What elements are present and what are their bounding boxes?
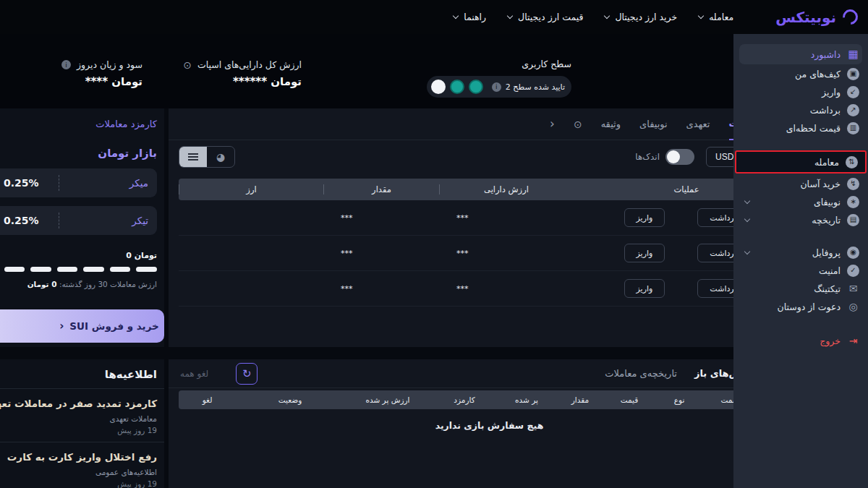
sidebar-item-logout[interactable]: ⇥ خروج	[742, 332, 859, 349]
people-icon: ◎	[847, 301, 859, 313]
chevron-left-icon: ‹	[59, 320, 64, 333]
tab-nobify[interactable]: نوبیفای	[639, 108, 668, 140]
pnl-block: سود و زیان دیروز i **** تومان	[40, 59, 142, 88]
volume-progress-segment	[136, 267, 157, 272]
header-price: قیمت	[605, 395, 654, 404]
dotted-divider	[59, 213, 59, 228]
tab-collateral[interactable]: وثیقه	[601, 108, 621, 140]
refresh-icon: ↻	[242, 367, 252, 380]
orders-header: سفارش‌های باز تاریخچه‌ی معاملات ↻ لغو هم…	[169, 359, 810, 388]
toggle-knob	[667, 150, 680, 163]
nav-item-help[interactable]: راهنما	[454, 12, 486, 22]
maker-fee-card: میکر 0.25%	[0, 168, 157, 197]
fees-market-label: بازار تومان	[0, 147, 157, 160]
level-dot-verified	[469, 80, 483, 94]
eye-icon[interactable]: ⊙	[574, 119, 582, 129]
deposit-button[interactable]: واریز	[624, 279, 665, 298]
info-icon[interactable]: i	[61, 60, 71, 69]
sidebar-item-nobify[interactable]: ∗ نوبیفای	[742, 193, 859, 210]
announcement-item[interactable]: کارمزد تمدید صفر در معاملات تعهدی معاملا…	[0, 398, 157, 435]
sidebar-item-withdraw[interactable]: ↗ برداشت	[742, 101, 859, 119]
brand-name: نوبیتکس	[775, 9, 836, 26]
sidebar-item-live-prices[interactable]: ▥ قیمت لحظه‌ای	[742, 119, 859, 137]
nav-item-buy-crypto[interactable]: خرید ارز دیجیتال	[605, 12, 677, 22]
spot-assets-value: ****** تومان	[158, 75, 302, 88]
assets-table: عملیات ارزش دارایی مقدار ارز برداشت واری…	[179, 179, 800, 307]
tab-margin[interactable]: تعهدی	[686, 108, 710, 140]
chevron-down-icon	[453, 13, 459, 19]
nav-item-crypto-prices[interactable]: قیمت ارز دیجیتال	[508, 12, 583, 22]
chevron-down-icon	[744, 216, 750, 222]
taker-label: تیکر	[59, 215, 148, 226]
list-view-button[interactable]	[179, 147, 207, 167]
hide-dust-toggle[interactable]	[665, 149, 694, 165]
sidebar-item-profile[interactable]: ◉ پروفایل	[742, 244, 859, 261]
announcements-title: اطلاعیه‌ها	[0, 368, 157, 381]
nav-item-trade[interactable]: معامله	[699, 12, 733, 22]
chevron-left-icon[interactable]: ‹	[550, 118, 555, 130]
asset-amount-cell: ***	[323, 213, 439, 223]
dust-toggle-label: اندک‌ها	[635, 152, 660, 162]
chevron-down-icon	[604, 13, 610, 19]
announcement-item[interactable]: رفع اختلال واریز کارت به کارت اطلاعیه‌ها…	[0, 451, 157, 488]
divider	[0, 388, 164, 389]
header-amount: مقدار	[323, 184, 439, 194]
sidebar-item-wallets[interactable]: ▣ کیف‌های من	[742, 65, 859, 82]
level-dot-next	[431, 80, 446, 94]
chevron-down-icon	[744, 198, 750, 204]
person-icon: ◉	[847, 247, 859, 259]
maker-fee-value: 0.25%	[0, 177, 59, 189]
spot-assets-block: ارزش کل دارایی‌های اسپات ⊙ ****** تومان	[158, 59, 302, 88]
eye-icon[interactable]: ⊙	[183, 60, 192, 70]
pnl-value: **** تومان	[40, 75, 142, 88]
sidebar-item-deposit[interactable]: ↙ واریز	[742, 83, 859, 100]
header-filled: پر شده	[498, 395, 556, 404]
portfolio-tabs: اسپات تعهدی نوبیفای وثیقه ⊙ ‹	[169, 108, 810, 140]
chart-bars-icon: ▥	[847, 122, 859, 134]
brand[interactable]: نوبیتکس	[775, 9, 858, 26]
nobify-dots-icon: ∗	[847, 196, 859, 208]
sidebar-item-trade[interactable]: ⇅ معامله	[735, 150, 867, 174]
dashboard-grid-icon: ▦	[847, 48, 859, 61]
deposit-button[interactable]: واریز	[624, 208, 665, 227]
sui-trade-banner[interactable]: خرید و فروش SUI ‹	[0, 309, 164, 343]
fees-title-link[interactable]: کارمزد معاملات	[0, 119, 157, 129]
assets-table-header: عملیات ارزش دارایی مقدار ارز	[179, 179, 800, 200]
tab-trade-history[interactable]: تاریخچه‌ی معاملات	[605, 368, 677, 379]
account-sidebar: ▦ داشبورد ▣ کیف‌های من ↙ واریز ↗ برداشت …	[733, 34, 868, 488]
asset-value-cell: ***	[439, 213, 573, 223]
view-mode-switch: ◕	[179, 146, 235, 168]
sidebar-item-invite-friends[interactable]: ◎ دعوت از دوستان	[742, 298, 859, 315]
asset-value-cell: ***	[439, 284, 573, 294]
spot-assets-label: ارزش کل دارایی‌های اسپات	[197, 59, 302, 70]
logout-icon: ⇥	[847, 335, 859, 347]
sidebar-item-easy-buy[interactable]: ↯ خرید آسان	[742, 175, 859, 192]
asset-row: برداشت واریز *** ***	[179, 236, 800, 271]
header-coin: ارز	[179, 184, 323, 194]
asset-row: برداشت واریز *** ***	[179, 271, 800, 307]
asset-amount-cell: ***	[323, 284, 439, 294]
deposit-button[interactable]: واریز	[624, 244, 665, 262]
sidebar-item-ticketing[interactable]: ✉ تیکتینگ	[742, 280, 859, 297]
info-icon[interactable]: i	[492, 82, 501, 92]
no-open-orders-message: هیچ سفارش بازی ندارید	[169, 420, 810, 431]
top-navbar: نوبیتکس معامله خرید ارز دیجیتال قیمت ارز…	[0, 0, 868, 34]
orders-table-header: سمت نوع قیمت مقدار پر شده کارمزد ارزش پر…	[179, 390, 800, 409]
sidebar-item-history[interactable]: ▤ تاریخچه	[742, 211, 859, 228]
pie-view-button[interactable]: ◕	[207, 147, 234, 167]
volume-caption-value: 0 تومان	[27, 280, 57, 288]
sidebar-item-security[interactable]: ✓ امنیت	[742, 262, 859, 279]
user-level-title: سطح کاربری	[427, 59, 571, 69]
user-level-badge: تایید شده سطح 2	[506, 82, 565, 92]
calendar-icon: ▤	[847, 214, 859, 226]
asset-row: برداشت واریز *** ***	[179, 200, 800, 236]
volume-current: 0 تومان	[0, 251, 157, 260]
volume-progress-bar	[0, 267, 157, 272]
list-icon	[188, 153, 198, 160]
sidebar-item-dashboard[interactable]: ▦ داشبورد	[739, 44, 862, 64]
header-type: نوع	[654, 395, 705, 404]
deposit-arrow-icon: ↙	[847, 86, 859, 98]
cancel-all-button[interactable]: لغو همه	[180, 369, 208, 379]
header-cancel: لغو	[179, 395, 236, 404]
refresh-button[interactable]: ↻	[236, 363, 258, 385]
